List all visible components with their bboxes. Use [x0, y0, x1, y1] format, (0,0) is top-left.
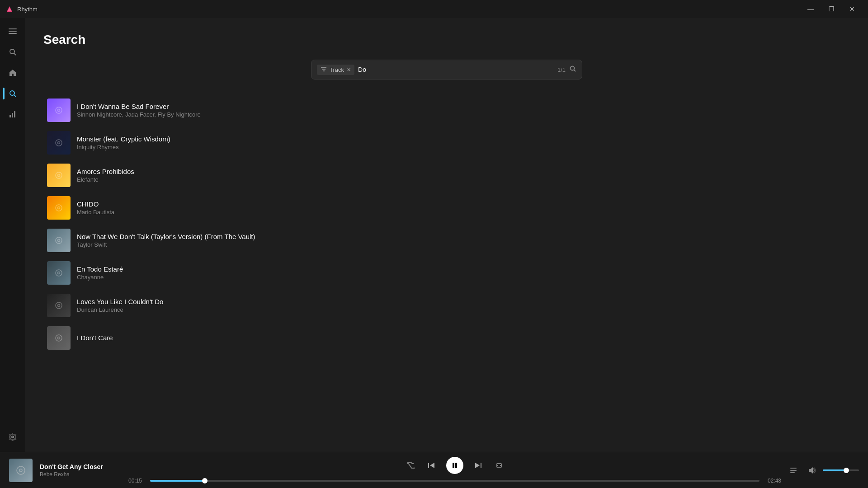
volume-button[interactable] — [806, 465, 817, 476]
svg-point-24 — [58, 207, 60, 209]
track-thumbnail — [47, 294, 71, 317]
volume-fill — [823, 469, 846, 471]
svg-point-22 — [58, 174, 60, 177]
track-info: Loves You Like I Couldn't Do Duncan Laur… — [77, 298, 826, 313]
track-info: Monster (feat. Cryptic Wisdom) Iniquity … — [77, 135, 826, 150]
svg-line-16 — [574, 70, 576, 72]
svg-point-5 — [10, 49, 14, 54]
svg-point-28 — [58, 272, 60, 274]
shuffle-button[interactable] — [405, 460, 416, 471]
svg-point-33 — [17, 466, 25, 474]
track-name: Now That We Don't Talk (Taylor's Version… — [77, 233, 826, 240]
search-filter-tag: Track ✕ — [317, 65, 354, 75]
svg-point-34 — [19, 469, 22, 472]
sidebar-item-home[interactable] — [3, 63, 22, 82]
svg-rect-35 — [428, 463, 429, 468]
track-name: En Todo Estaré — [77, 265, 826, 273]
track-thumbnail — [47, 131, 71, 155]
track-info: Now That We Don't Talk (Taylor's Version… — [77, 233, 826, 248]
progress-thumb — [202, 478, 208, 483]
repeat-button[interactable] — [493, 460, 505, 471]
search-bar: Track ✕ 1/1 — [311, 60, 582, 80]
track-thumbnail — [47, 196, 71, 220]
svg-rect-9 — [9, 115, 11, 117]
track-name: I Don't Wanna Be Sad Forever — [77, 103, 826, 110]
track-info: I Don't Care — [77, 334, 826, 343]
prev-button[interactable] — [425, 460, 437, 471]
svg-point-17 — [56, 107, 62, 113]
track-artist: Chayanne — [77, 274, 826, 281]
svg-line-8 — [14, 95, 16, 97]
svg-rect-38 — [481, 463, 481, 468]
sidebar-item-menu[interactable] — [3, 22, 22, 41]
sidebar-item-library[interactable] — [3, 105, 22, 124]
track-info: I Don't Wanna Be Sad Forever Sinnon Nigh… — [77, 103, 826, 118]
track-item[interactable]: I Don't Care ··· — [43, 322, 850, 354]
close-button[interactable]: ✕ — [842, 2, 863, 16]
track-item[interactable]: Amores Prohibidos Elefante ··· — [43, 159, 850, 192]
track-artist: Duncan Laurence — [77, 306, 826, 313]
track-item[interactable]: Now That We Don't Talk (Taylor's Version… — [43, 224, 850, 257]
queue-button[interactable] — [788, 465, 800, 476]
sidebar-item-search[interactable] — [3, 84, 22, 103]
progress-fill — [150, 480, 205, 482]
svg-rect-11 — [14, 111, 15, 117]
svg-point-32 — [58, 337, 60, 339]
track-name: I Don't Care — [77, 334, 826, 342]
track-artist: Elefante — [77, 176, 826, 183]
settings-button[interactable] — [3, 427, 22, 446]
progress-bar[interactable] — [150, 480, 760, 482]
svg-point-7 — [10, 91, 14, 95]
track-name: Amores Prohibidos — [77, 168, 826, 175]
track-item[interactable]: Monster (feat. Cryptic Wisdom) Iniquity … — [43, 127, 850, 159]
app-title: Rhythm — [17, 6, 38, 13]
sidebar-item-search-top[interactable] — [3, 42, 22, 61]
app-body: Search Track ✕ 1/1 — [0, 18, 868, 452]
track-thumbnail — [47, 261, 71, 285]
track-thumbnail — [47, 326, 71, 350]
svg-rect-41 — [790, 472, 795, 473]
search-count: 1/1 — [557, 66, 566, 73]
track-artist: Taylor Swift — [77, 241, 826, 248]
track-item[interactable]: Loves You Like I Couldn't Do Duncan Laur… — [43, 289, 850, 322]
sidebar — [0, 18, 25, 452]
track-item[interactable]: I Don't Wanna Be Sad Forever Sinnon Nigh… — [43, 94, 850, 127]
track-thumbnail — [47, 229, 71, 252]
svg-point-25 — [56, 237, 62, 244]
track-info: En Todo Estaré Chayanne — [77, 265, 826, 281]
player-track-name: Don't Get Any Closer — [40, 463, 121, 470]
app-icon — [5, 5, 14, 13]
svg-point-30 — [58, 305, 60, 307]
track-name: Loves You Like I Couldn't Do — [77, 298, 826, 305]
track-artist: Mario Bautista — [77, 209, 826, 216]
track-thumbnail — [47, 164, 71, 187]
volume-thumb — [844, 468, 849, 473]
track-name: Monster (feat. Cryptic Wisdom) — [77, 135, 826, 143]
search-input[interactable] — [358, 66, 554, 73]
player-center: 00:15 02:48 — [128, 457, 781, 484]
pause-button[interactable] — [446, 457, 463, 474]
track-item[interactable]: En Todo Estaré Chayanne ··· — [43, 257, 850, 289]
track-name: CHIDO — [77, 200, 826, 208]
volume-bar[interactable] — [823, 469, 859, 471]
svg-point-27 — [56, 270, 62, 276]
next-button[interactable] — [472, 460, 484, 471]
svg-rect-3 — [9, 31, 17, 32]
svg-point-23 — [56, 205, 62, 211]
track-info: Amores Prohibidos Elefante — [77, 168, 826, 183]
svg-point-26 — [58, 239, 60, 242]
svg-rect-40 — [790, 470, 797, 471]
svg-rect-39 — [790, 468, 797, 469]
track-item[interactable]: CHIDO Mario Bautista ··· — [43, 192, 850, 224]
svg-rect-2 — [9, 28, 17, 29]
svg-rect-36 — [453, 463, 454, 468]
filter-close-button[interactable]: ✕ — [347, 67, 351, 73]
search-icon-button[interactable] — [569, 65, 576, 74]
player-controls — [405, 457, 505, 474]
track-artist: Sinnon Nightcore, Jada Facer, Fly By Nig… — [77, 111, 826, 118]
minimize-button[interactable]: — — [800, 2, 821, 16]
maximize-button[interactable]: ❐ — [821, 2, 842, 16]
titlebar: Rhythm — ❐ ✕ — [0, 0, 868, 18]
filter-label: Track — [330, 66, 344, 73]
track-artist: Iniquity Rhymes — [77, 144, 826, 150]
